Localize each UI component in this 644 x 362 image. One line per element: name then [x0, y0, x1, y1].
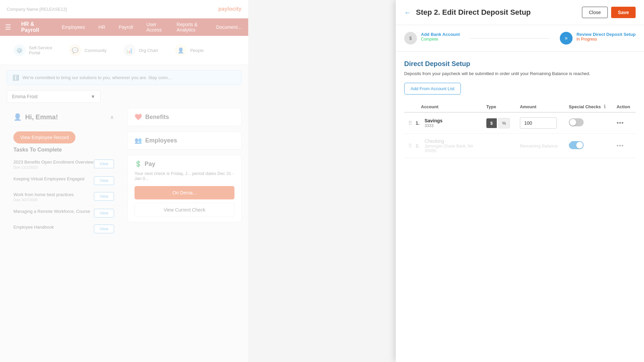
nav-bar: ☰ HR & Payroll Employees HR Payroll User… — [0, 18, 248, 36]
account-bank-2: Jpmorgan Chase Bank, NA — [425, 144, 473, 148]
step-2-label: Review Direct Deposit Setup — [577, 32, 636, 37]
pay-panel: 💲 Pay Your next check is Friday, J... pe… — [127, 155, 241, 222]
special-checks-info-icon[interactable]: ℹ — [604, 104, 605, 109]
nav-item-reports[interactable]: Reports & Analytics — [170, 18, 210, 36]
employees-panel: 👥 Employees — [127, 131, 241, 150]
task-name-3: Work from home best practices — [13, 192, 94, 197]
type-group-1: $ % — [486, 118, 512, 128]
task-item-3: Work from home best practices Due 3/27/2… — [7, 189, 121, 205]
save-button[interactable]: Save — [611, 7, 636, 18]
section-desc: Deposits from your paycheck will be subm… — [404, 71, 636, 76]
nav-item-hr[interactable]: HR — [92, 18, 112, 36]
action-menu-1[interactable]: ••• — [616, 120, 624, 126]
nav-item-payroll[interactable]: Payroll — [112, 18, 140, 36]
direct-deposit-modal: ← Step 2. Edit Direct Deposit Setup Clos… — [396, 0, 644, 362]
task-item-1: 2023 Benefits Open Enrollment Overview D… — [7, 156, 121, 173]
employee-dropdown[interactable]: Emma Frost ▼ — [7, 90, 101, 103]
section-title: Direct Deposit Setup — [404, 60, 636, 68]
task-due-1: Due 11/1/2023 — [13, 165, 94, 169]
tile-org-chart-label: Org Chart — [139, 48, 158, 53]
hi-title: 👤 Hi, Emma! — [13, 113, 58, 121]
account-num-2: X5555 — [425, 148, 473, 153]
drag-handle-2[interactable]: ⠿ — [408, 143, 412, 149]
account-name-1: Savings — [425, 118, 443, 123]
toggle-check-icon: ✓ — [563, 138, 578, 146]
tasks-title: Tasks To Complete — [7, 147, 121, 156]
dropdown-chevron-icon: ▼ — [91, 94, 95, 99]
tile-self-service-label: Self-ServicePortal — [29, 45, 52, 55]
nav-item-documents[interactable]: Document... — [210, 18, 248, 36]
task-name-2: Keeping Virtual Employees Engaged — [13, 176, 94, 181]
info-icon: ℹ️ — [12, 74, 19, 81]
pay-title-text: Pay — [145, 161, 155, 168]
modal-actions: Close Save — [582, 7, 636, 18]
task-view-button-3[interactable]: View — [94, 192, 114, 201]
step-1-icon: $ — [404, 32, 417, 45]
task-view-button-4[interactable]: View — [94, 209, 114, 218]
dollar-icon: 💲 — [135, 160, 142, 168]
employees-header: 👥 Employees — [128, 132, 241, 149]
modal-header: ← Step 2. Edit Direct Deposit Setup Clos… — [396, 0, 644, 25]
drag-handle-1[interactable]: ⠿ — [408, 120, 412, 126]
deposit-table: Account Type Amount Special Checks ℹ Act… — [404, 101, 636, 158]
tile-people[interactable]: 👤 People — [168, 41, 210, 60]
amount-input-1[interactable] — [520, 117, 557, 129]
type-dollar-button-1[interactable]: $ — [486, 118, 497, 128]
self-service-icon: ⚙️ — [13, 44, 25, 56]
deposit-row-2: ⠿ 2. Checking Jpmorgan Chase Bank, NA X5… — [404, 134, 636, 158]
account-name-2: Checking — [425, 138, 473, 144]
nav-item-employees[interactable]: Employees — [55, 18, 92, 36]
community-icon: 💬 — [69, 44, 81, 56]
task-view-button-5[interactable]: View — [94, 225, 114, 233]
benefits-header: ❤️ Benefits — [128, 108, 241, 126]
employee-selector: Emma Frost ▼ — [7, 90, 241, 103]
task-item-4: Managing a Remote Workforce, Course View — [7, 205, 121, 221]
tile-community[interactable]: 💬 Community — [62, 41, 113, 60]
type-percent-button-1[interactable]: % — [498, 118, 510, 128]
people-icon: 👤 — [175, 44, 187, 56]
nav-brand: HR & Payroll — [16, 21, 55, 33]
hi-header: 👤 Hi, Emma! ∧ — [7, 108, 121, 126]
tiles-row: ⚙️ Self-ServicePortal 💬 Community 📊 Org … — [0, 36, 248, 65]
special-checks-toggle-1[interactable] — [569, 118, 584, 126]
close-button[interactable]: Close — [582, 7, 608, 18]
row-number-2: 2. — [416, 143, 420, 148]
top-bar-logo: paylocity — [218, 6, 241, 12]
greeting-text: Hi, Emma! — [25, 113, 58, 121]
task-item-2: Keeping Virtual Employees Engaged View — [7, 173, 121, 189]
nav-item-user-access[interactable]: User Access — [140, 18, 170, 36]
collapse-icon[interactable]: ∧ — [110, 114, 114, 120]
info-banner: ℹ️ We're committed to bring our solution… — [7, 70, 241, 85]
selected-employee: Emma Frost — [12, 94, 38, 99]
step-2-icon: ≡ — [560, 32, 573, 45]
task-view-button-2[interactable]: View — [94, 176, 114, 185]
task-item-5: Employee Handbook View — [7, 221, 121, 237]
tile-org-chart[interactable]: 📊 Org Chart — [117, 41, 165, 60]
view-employee-record-button[interactable]: View Employee Record — [13, 131, 75, 143]
step-2-status: In Progress — [577, 37, 636, 42]
special-checks-toggle-2[interactable]: ✓ — [569, 141, 584, 149]
tile-people-label: People — [190, 48, 204, 53]
tile-community-label: Community — [85, 48, 107, 53]
employees-title: Employees — [145, 137, 177, 144]
task-name-4: Managing a Remote Workforce, Course — [13, 209, 94, 214]
company-name: Company Name [RELEASE12] — [7, 7, 67, 12]
on-demand-button[interactable]: On Dema... — [135, 186, 234, 199]
tile-self-service[interactable]: ⚙️ Self-ServicePortal — [7, 41, 59, 60]
deposit-row-1: ⠿ 1. Savings 3333 $ % — [404, 112, 636, 134]
hamburger-icon[interactable]: ☰ — [0, 23, 16, 31]
col-type: Type — [482, 101, 516, 112]
step-1: $ Add Bank Account Complete — [404, 32, 460, 45]
add-from-account-list-button[interactable]: Add From Account List — [404, 83, 461, 95]
top-bar: Company Name [RELEASE12] paylocity — [0, 0, 248, 18]
right-column: ❤️ Benefits 👥 Employees 💲 Pay Your — [127, 108, 241, 237]
back-button[interactable]: ← — [404, 9, 411, 16]
pay-description: Your next check is Friday, J... period d… — [135, 171, 234, 181]
step-1-label: Add Bank Account — [421, 32, 460, 37]
step-2: ≡ Review Direct Deposit Setup In Progres… — [560, 32, 636, 45]
view-current-check-button[interactable]: View Current Check — [135, 203, 234, 217]
steps-bar: $ Add Bank Account Complete ≡ Review Dir… — [396, 25, 644, 52]
pay-section: 💲 Pay Your next check is Friday, J... pe… — [128, 155, 241, 222]
task-view-button-1[interactable]: View — [94, 160, 114, 168]
action-menu-2[interactable]: ••• — [616, 142, 624, 149]
